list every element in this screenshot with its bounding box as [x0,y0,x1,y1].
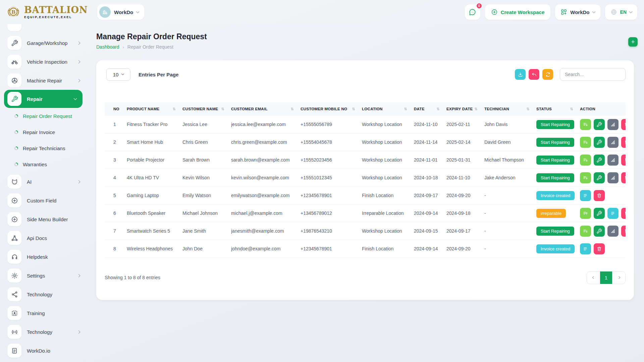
sidebar-item-helpdesk[interactable]: Helpdesk [0,247,89,266]
sidebar-item-api-docs[interactable]: Api Docs [0,229,89,247]
action-list-down-button[interactable] [580,172,591,183]
action-list-button[interactable] [580,190,591,201]
status-badge-invoice-created[interactable]: Invoice created [536,244,575,253]
sort-icon[interactable]: ⇅ [436,107,440,111]
sidebar-item-custom-field[interactable]: Custom Field [0,191,89,210]
sort-icon[interactable]: ⇅ [526,107,530,111]
column-header-customer-mobile-no[interactable]: CUSTOMER MOBILE NO⇅ [301,107,362,111]
sidebar-item-vehicle-inspection[interactable]: Vehicle Inspection [0,52,89,71]
sidebar-item-technology[interactable]: Technology [0,285,89,304]
sort-icon[interactable]: ⇅ [172,107,176,111]
sidebar-item-technology[interactable]: Technology [0,322,89,341]
create-workspace-button[interactable]: Create Workspace [485,4,551,20]
pagination-prev-button[interactable] [587,272,600,284]
sidebar-item-training[interactable]: Training [0,304,89,322]
status-badge-start-repairing[interactable]: Start Repairing [536,173,574,182]
action-signal-button[interactable] [607,226,619,237]
chevron-right-icon [77,79,80,82]
sidebar-subitem-repair-order-request[interactable]: Repair Order Request [0,108,89,124]
sidebar-subitem-warranties[interactable]: Warranties [0,156,89,172]
wrench-icon [596,122,602,127]
sidebar-item-ai[interactable]: AI [0,172,89,191]
pagination-page-1[interactable]: 1 [600,272,612,284]
cell-actions [580,119,626,130]
sort-icon[interactable]: ⇅ [570,107,573,111]
action-signal-button[interactable] [607,172,619,183]
action-list-down-button[interactable] [580,137,591,148]
refresh-button[interactable] [542,69,553,80]
sidebar-subitem-repair-invoice[interactable]: Repair Invoice [0,124,89,140]
sort-icon[interactable]: ⇅ [352,107,355,111]
column-header-customer-email[interactable]: CUSTOMER EMAIL⇅ [231,107,301,111]
export-download-button[interactable] [515,69,526,80]
action-trash-button[interactable] [594,243,605,254]
undo-reset-button[interactable] [529,69,539,80]
sidebar-item-settings[interactable]: Settings [0,266,89,285]
action-trash-button[interactable] [621,119,626,130]
action-signal-button[interactable] [607,137,619,148]
headset-icon-square [7,250,21,264]
add-repair-order-button[interactable]: + [628,37,638,47]
cell-actions [580,226,626,237]
status-badge-start-repairing[interactable]: Start Repairing [536,138,574,147]
column-header-expiry-date[interactable]: EXPIRY DATE⇅ [446,107,484,111]
pagination-next-button[interactable] [612,272,625,284]
workspace-label: WorkDo [114,9,133,15]
cell-date: 2024-11-10 [414,122,446,127]
workspace-selector[interactable]: WorkDo [97,4,144,20]
sidebar-subitem-repair-technicians[interactable]: Repair Technicians [0,140,89,156]
action-wrench-button[interactable] [594,208,605,219]
action-wrench-button[interactable] [594,119,605,130]
status-badge-start-repairing[interactable]: Start Repairing [536,227,574,236]
action-list-button[interactable] [580,243,591,254]
action-wrench-button[interactable] [594,172,605,183]
action-list-up-button[interactable] [580,208,591,219]
breadcrumb-dashboard-link[interactable]: Dashboard [96,44,119,50]
repair-orders-table: NOPRODUCT NAME⇅CUSTOMER NAME⇅CUSTOMER EM… [105,102,626,258]
cell-customer: Sarah Brown [182,157,231,163]
brand-name: BATTALION [24,5,88,14]
sidebar-item-machine-repair[interactable]: Machine Repair [0,71,89,90]
sidebar-item-garage-workshop[interactable]: Garage/Workshop [0,34,89,52]
action-trash-button[interactable] [621,137,626,148]
sort-icon[interactable]: ⇅ [290,107,294,111]
sidebar-item-side-menu-builder[interactable]: Side Menu Builder [0,210,89,229]
chevron-down-icon [136,10,140,13]
action-wrench-button[interactable] [594,226,605,237]
action-trash-button[interactable] [621,208,626,219]
entries-per-page-select[interactable]: 10 [106,68,130,81]
sort-icon[interactable]: ⇅ [404,107,407,111]
column-header-customer-name[interactable]: CUSTOMER NAME⇅ [182,107,231,111]
apps-menu-button[interactable]: WorkDo [555,4,600,20]
sort-icon[interactable]: ⇅ [474,107,478,111]
status-badge-irreparable[interactable]: irreparable [536,209,566,218]
action-trash-button[interactable] [594,190,605,201]
column-header-date[interactable]: DATE⇅ [414,107,446,111]
language-selector[interactable]: EN [605,4,637,20]
action-list-down-button[interactable] [580,155,591,166]
messages-button[interactable]: 0 [465,4,480,20]
status-badge-start-repairing[interactable]: Start Repairing [536,120,574,129]
search-input[interactable] [560,68,626,81]
action-trash-button[interactable] [621,226,626,237]
action-list-down-button[interactable] [580,119,591,130]
action-trash-button[interactable] [621,155,626,166]
sort-icon[interactable]: ⇅ [221,107,224,111]
sidebar-item-workdo-io[interactable]: WorkDo.io [0,341,89,360]
trash-icon [624,157,626,163]
action-list-button[interactable] [607,208,619,219]
column-header-location[interactable]: LOCATION⇅ [362,107,414,111]
action-wrench-button[interactable] [594,137,605,148]
status-badge-start-repairing[interactable]: Start Repairing [536,156,574,165]
column-header-technician[interactable]: TECHNICIAN⇅ [484,107,536,111]
column-header-product-name[interactable]: PRODUCT NAME⇅ [127,107,182,111]
status-badge-invoice-created[interactable]: Invoice created [536,191,575,200]
action-trash-button[interactable] [621,172,626,183]
action-signal-button[interactable] [607,119,619,130]
action-list-down-button[interactable] [580,226,591,237]
action-signal-button[interactable] [607,155,619,166]
chevron-right-icon [77,60,80,63]
column-header-status[interactable]: STATUS⇅ [536,107,580,111]
action-wrench-button[interactable] [594,155,605,166]
sidebar-item-repair[interactable]: Repair [4,90,83,108]
